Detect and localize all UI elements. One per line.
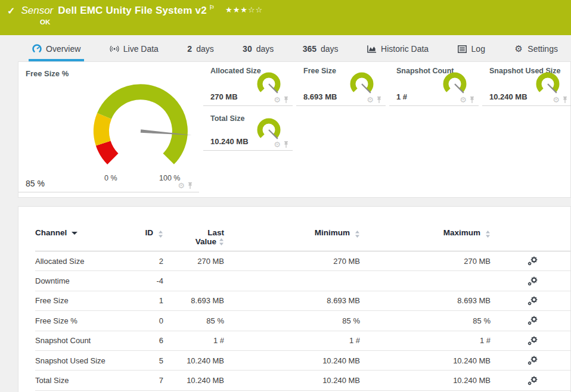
tab-30-days[interactable]: 30 days	[239, 44, 277, 61]
minimum-value: 270 MB	[224, 257, 360, 266]
gauge-card-total-size: Total Size 10.240 MB ⚙	[203, 110, 293, 151]
last-value: 8.693 MB	[163, 296, 224, 305]
channel-settings-gear-icon[interactable]: ⚙	[178, 182, 185, 189]
last-value: 85 %	[163, 316, 224, 325]
column-header-id[interactable]: ID	[139, 228, 163, 238]
tab-bar: Overview Live Data 2 days 30 days 365 da…	[0, 35, 571, 61]
gauge-title: Total Size	[210, 114, 244, 123]
maximum-value: 10.240 MB	[360, 356, 491, 365]
tab-label: days	[321, 44, 339, 54]
channel-settings-gears-icon[interactable]	[491, 256, 570, 266]
live-data-icon	[110, 44, 119, 54]
maximum-value: 1 #	[360, 336, 491, 345]
tab-overview[interactable]: Overview	[29, 44, 84, 61]
pin-icon[interactable]	[562, 97, 568, 104]
pin-icon[interactable]	[283, 97, 289, 104]
column-header-maximum[interactable]: Maximum	[360, 228, 491, 238]
column-header-minimum[interactable]: Minimum	[224, 228, 360, 238]
tab-label: Historic Data	[381, 44, 429, 54]
gauge-icon	[32, 44, 42, 54]
historic-data-icon	[367, 44, 377, 54]
gauge-min-label: 0 %	[104, 174, 117, 182]
check-icon: ✓	[7, 5, 15, 17]
channel-id: 7	[139, 376, 163, 385]
minimum-value: 85 %	[224, 316, 360, 325]
minimum-value: 10.240 MB	[224, 376, 360, 385]
sort-icon	[483, 229, 491, 238]
table-row[interactable]: Snapshot Count 6 1 # 1 # 1 #	[35, 331, 570, 351]
channel-settings-gear-icon[interactable]: ⚙	[460, 96, 467, 104]
channel-settings-gear-icon[interactable]: ⚙	[553, 96, 560, 104]
column-header-last-value[interactable]: LastValue	[163, 228, 224, 246]
channel-settings-gear-icon[interactable]: ⚙	[274, 141, 281, 148]
tab-historic-data[interactable]: Historic Data	[364, 44, 432, 61]
gauge-value: 10.240 MB	[210, 137, 249, 146]
priority-stars[interactable]: ★★★☆☆	[225, 5, 263, 14]
channel-settings-gears-icon[interactable]	[491, 296, 570, 306]
log-icon	[458, 44, 467, 54]
table-row[interactable]: Total Size 7 10.240 MB 10.240 MB 10.240 …	[35, 371, 570, 390]
channel-settings-gear-icon[interactable]: ⚙	[367, 96, 374, 104]
tab-live-data[interactable]: Live Data	[106, 44, 162, 61]
tab-settings[interactable]: ⚙ Settings	[510, 44, 561, 61]
small-gauge	[256, 70, 284, 98]
pin-icon[interactable]	[376, 97, 382, 104]
object-kind-label: Sensor	[21, 5, 53, 17]
pin-icon[interactable]	[187, 182, 193, 189]
tab-log[interactable]: Log	[454, 44, 489, 61]
sort-icon	[156, 229, 163, 238]
table-row[interactable]: Downtime -4	[35, 271, 570, 291]
gauge-card-free-size: Free Size 8.693 MB ⚙	[296, 62, 386, 106]
tab-365-days[interactable]: 365 days	[299, 44, 342, 61]
channel-settings-gears-icon[interactable]	[491, 336, 570, 346]
tab-label: days	[256, 44, 274, 54]
maximum-value: 270 MB	[360, 257, 491, 266]
sort-icon	[352, 229, 360, 238]
maximum-value: 10.240 MB	[360, 376, 491, 385]
channel-id: 0	[139, 316, 163, 325]
maximum-value: 8.693 MB	[360, 296, 491, 305]
channel-name: Snapshot Used Size	[35, 356, 139, 365]
pin-icon[interactable]	[469, 97, 475, 104]
channel-settings-gear-icon[interactable]: ⚙	[274, 96, 281, 104]
column-header-channel[interactable]: Channel	[35, 228, 139, 237]
table-row[interactable]: Allocated Size 2 270 MB 270 MB 270 MB	[35, 251, 570, 271]
tab-label: Overview	[46, 44, 80, 54]
channel-name: Free Size %	[35, 316, 139, 325]
gauge-value: 10.240 MB	[489, 92, 527, 101]
gauge-title: Free Size	[303, 67, 336, 75]
channel-settings-gears-icon[interactable]	[491, 316, 570, 325]
table-header-row: Channel ID LastValue Minimum Maximum	[35, 228, 570, 251]
tab-label: Settings	[527, 44, 558, 54]
primary-gauge	[78, 76, 203, 178]
gauge-card-snapshot-count: Snapshot Count 1 # ⚙	[389, 62, 479, 106]
channel-name: Free Size	[35, 296, 139, 305]
channel-settings-gears-icon[interactable]	[491, 356, 570, 365]
table-row[interactable]: Free Size % 0 85 % 85 % 85 %	[35, 311, 570, 331]
minimum-value: 8.693 MB	[224, 296, 360, 305]
table-row[interactable]: Free Size 1 8.693 MB 8.693 MB 8.693 MB	[35, 291, 570, 311]
channel-id: -4	[139, 276, 163, 285]
channel-settings-gears-icon[interactable]	[491, 376, 570, 385]
flag-icon[interactable]: ⚐	[209, 4, 215, 11]
pin-icon[interactable]	[283, 141, 289, 148]
tab-label-strong: 2	[187, 44, 192, 54]
channel-id: 2	[139, 257, 163, 266]
gauge-value: 270 MB	[210, 92, 238, 101]
channel-settings-gears-icon[interactable]	[491, 276, 570, 286]
channel-id: 1	[139, 296, 163, 305]
sensor-title: Dell EMC Unity File System v2⚐	[58, 4, 215, 17]
table-row[interactable]: Snapshot Used Size 5 10.240 MB 10.240 MB…	[35, 351, 570, 371]
gauge-value: 85 %	[26, 179, 45, 188]
tab-label: days	[196, 44, 214, 54]
primary-gauge-card: Free Size % 0 % 100 % 85 % ⚙	[18, 62, 199, 192]
channel-table-panel: Channel ID LastValue Minimum Maximum All…	[18, 206, 571, 392]
tab-2-days[interactable]: 2 days	[184, 44, 217, 61]
channel-id: 5	[139, 356, 163, 365]
gauge-title: Free Size %	[26, 69, 69, 78]
sort-icon	[219, 238, 224, 245]
channel-name: Allocated Size	[35, 257, 139, 266]
tab-label-strong: 30	[243, 44, 252, 54]
small-gauge	[349, 70, 377, 98]
channel-name: Total Size	[35, 376, 139, 385]
